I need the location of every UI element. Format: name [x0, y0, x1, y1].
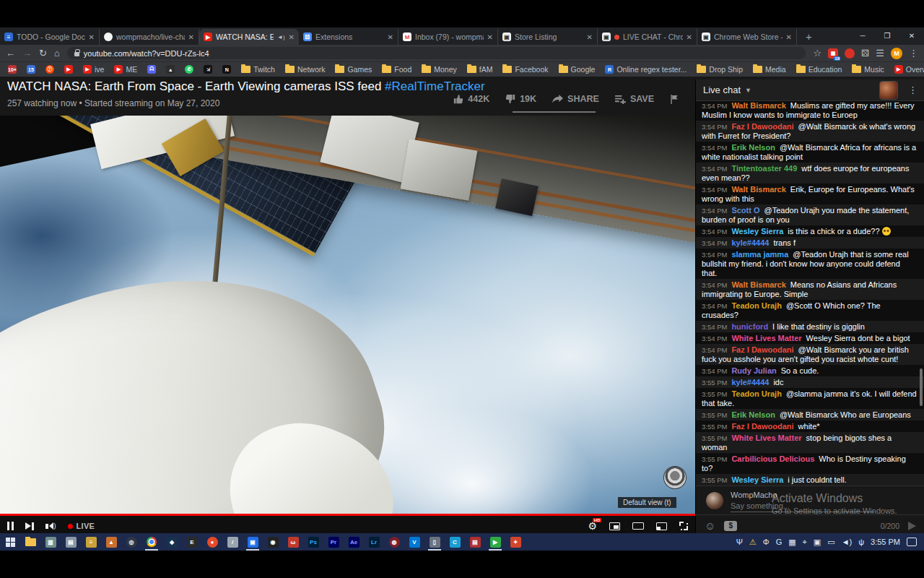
bookmark-item[interactable]: N: [219, 64, 235, 74]
app-lightroom[interactable]: Lr: [364, 533, 384, 551]
message-author[interactable]: Tintentoaster 449: [731, 164, 797, 173]
bookmark-folder[interactable]: Music: [848, 64, 887, 74]
close-button[interactable]: ✕: [899, 27, 924, 43]
browser-tab[interactable]: ≡TODO - Google Docs✕: [0, 29, 100, 45]
satellite-icon[interactable]: ⌖: [803, 538, 807, 547]
mic-icon[interactable]: Ψ: [736, 538, 743, 546]
next-button[interactable]: [25, 522, 34, 530]
message-author[interactable]: White Lives Matter: [731, 334, 801, 342]
action-center-icon[interactable]: [907, 538, 917, 546]
power-icon[interactable]: Φ: [763, 538, 770, 546]
tab-close-icon[interactable]: ✕: [289, 33, 295, 41]
app-steam[interactable]: ◎: [121, 533, 141, 551]
message-author[interactable]: Walt Bismarck: [731, 101, 785, 110]
forward-icon[interactable]: →: [22, 48, 32, 59]
reload-icon[interactable]: ↻: [39, 48, 47, 59]
cast-icon[interactable]: [656, 522, 667, 530]
app-brain[interactable]: ω: [283, 533, 303, 551]
profile-avatar[interactable]: M: [891, 48, 902, 59]
bookmark-item[interactable]: ▶: [61, 64, 77, 74]
message-author[interactable]: Scott O: [731, 206, 759, 215]
address-bar[interactable]: youtube.com/watch?v=DDU-rZs-lc4: [67, 47, 806, 59]
bookmark-folder[interactable]: Drop Ship: [693, 64, 746, 74]
chat-menu-icon[interactable]: ⋮: [908, 85, 918, 95]
message-author[interactable]: Wesley Sierra: [731, 227, 783, 236]
start-button[interactable]: [0, 533, 20, 551]
bookmark-folder[interactable]: Facebook: [499, 64, 552, 74]
like-button[interactable]: 442K: [453, 94, 489, 104]
bookmark-item[interactable]: ROnline regex tester...: [601, 64, 690, 74]
theater-mode-icon[interactable]: [632, 522, 644, 530]
tab-close-icon[interactable]: ✕: [188, 33, 194, 41]
extensions-puzzle-icon[interactable]: ⚄: [861, 48, 869, 59]
browser-tab[interactable]: ▣Store Listing✕: [498, 29, 598, 45]
tab-audio-icon[interactable]: ◄): [277, 34, 285, 40]
message-author[interactable]: White Lives Matter: [731, 434, 801, 442]
maximize-button[interactable]: ❐: [875, 27, 899, 43]
extension-record-icon[interactable]: [845, 48, 855, 59]
save-button[interactable]: SAVE: [615, 94, 654, 104]
hashtag-link[interactable]: #RealTimeTracker: [385, 79, 485, 93]
settings-gear-icon[interactable]: ⚙HD: [588, 520, 597, 532]
app-ranks[interactable]: ≡: [81, 533, 101, 551]
app-pc[interactable]: ▥: [40, 533, 61, 551]
bookmark-folder[interactable]: fAM: [463, 64, 497, 74]
security-warning-icon[interactable]: ⚠: [749, 538, 757, 547]
bookmark-item[interactable]: 15: [23, 64, 39, 74]
pause-button[interactable]: [7, 522, 14, 530]
app-photoshop[interactable]: Ps: [303, 533, 323, 551]
display-icon[interactable]: ▭: [827, 538, 834, 547]
bookmark-item[interactable]: ▶ME: [110, 64, 141, 74]
browser-tab[interactable]: ▣LIVE CHAT - Chrome W✕: [598, 29, 697, 45]
browser-tab[interactable]: wompmacho/live-chat: A C✕: [100, 29, 199, 45]
app-epic[interactable]: E: [182, 533, 202, 551]
tab-close-icon[interactable]: ✕: [487, 33, 493, 41]
bookmark-folder[interactable]: Education: [793, 64, 846, 74]
browser-menu-icon[interactable]: ⋮: [909, 48, 918, 59]
share-button[interactable]: SHARE: [552, 94, 599, 104]
app-monitor[interactable]: ▤: [61, 533, 81, 551]
message-author[interactable]: Teadon Urajh: [731, 389, 781, 398]
volume-icon[interactable]: ◄): [842, 538, 853, 546]
bookmark-item[interactable]: ≯: [200, 64, 216, 74]
message-author[interactable]: hunicford: [731, 322, 768, 331]
chat-input-field[interactable]: Say something...: [731, 501, 875, 512]
photos-icon[interactable]: ▣: [814, 538, 821, 547]
browser-tab[interactable]: ▶WATCH NASA: Earth Fr◄)✕: [199, 29, 299, 45]
app-tower[interactable]: ▯: [424, 533, 445, 551]
app-c-blue[interactable]: C: [445, 533, 465, 551]
message-author[interactable]: Wesley Sierra: [731, 475, 783, 484]
app-vscode[interactable]: V: [404, 533, 424, 551]
superchat-dollar-icon[interactable]: $: [724, 521, 737, 531]
message-author[interactable]: Rudy Julian: [731, 366, 776, 375]
app-window-blue[interactable]: ▣: [243, 533, 263, 551]
minimize-button[interactable]: ─: [850, 27, 875, 43]
send-icon[interactable]: [908, 522, 916, 530]
tab-close-icon[interactable]: ✕: [687, 33, 692, 41]
logitech-icon[interactable]: G: [776, 538, 783, 546]
app-torch[interactable]: ▲: [101, 533, 121, 551]
tab-close-icon[interactable]: ✕: [388, 33, 393, 41]
app-orange[interactable]: ●: [202, 533, 222, 551]
bookmark-item[interactable]: ᗣ: [144, 64, 160, 74]
taskbar-clock[interactable]: 3:55 PM: [871, 538, 900, 546]
tab-close-icon[interactable]: ✕: [89, 33, 95, 41]
extension-abp-icon[interactable]: ▦18: [828, 48, 838, 59]
bookmark-item[interactable]: ▶Overwatch Conten...: [891, 64, 924, 74]
live-chat-title[interactable]: Live chat: [703, 85, 741, 95]
browser-tab[interactable]: ⚄Extensions✕: [299, 29, 398, 45]
app-darkred[interactable]: ◍: [384, 533, 404, 551]
bookmark-folder[interactable]: Money: [418, 64, 461, 74]
red-tile-icon[interactable]: ▦: [788, 538, 796, 547]
bookmark-star-icon[interactable]: ☆: [813, 48, 821, 59]
message-author[interactable]: Carbilicious Delicious: [731, 454, 814, 463]
app-news[interactable]: ▤: [465, 533, 485, 551]
bookmark-item[interactable]: 10+: [4, 64, 20, 74]
bookmark-folder[interactable]: Google: [555, 64, 599, 74]
usb-icon[interactable]: ψ: [858, 538, 864, 546]
report-flag-button[interactable]: [670, 95, 679, 104]
app-premiere[interactable]: Pr: [323, 533, 344, 551]
home-icon[interactable]: ⌂: [54, 48, 60, 59]
app-chrome[interactable]: [141, 533, 162, 551]
message-author[interactable]: kyle#4444: [731, 378, 769, 387]
